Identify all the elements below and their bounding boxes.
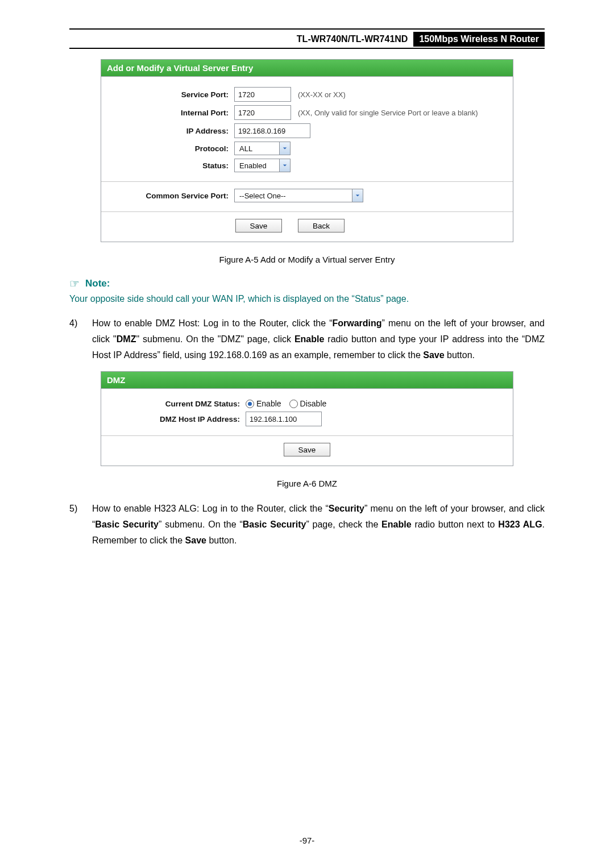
bold-span: Basic Security <box>243 520 306 529</box>
service-port-row: Service Port: (XX-XX or XX) <box>109 87 505 102</box>
list-item-number: 5) <box>69 501 92 549</box>
panel-separator <box>101 435 513 436</box>
dmz-status-row: Current DMZ Status: Enable Disable <box>109 399 505 408</box>
bold-span: Save <box>423 350 444 360</box>
protocol-row: Protocol: ALL <box>109 142 505 155</box>
list-item-number: 4) <box>69 315 92 363</box>
bold-span: Enable <box>381 520 411 529</box>
common-service-port-row: Common Service Port: --Select One-- <box>109 189 505 202</box>
disable-radio-label: Disable <box>300 399 327 408</box>
list-item-5: 5) How to enable H323 ALG: Log in to the… <box>69 501 545 549</box>
figure-a6-caption: Figure A-6 DMZ <box>69 479 545 488</box>
chevron-down-icon <box>352 189 363 202</box>
header-top-rule <box>69 28 545 30</box>
virtual-server-buttons: Save Back <box>235 219 505 232</box>
document-header: TL-WR740N/TL-WR741ND 150Mbps Wireless N … <box>69 32 545 47</box>
bold-span: Basic Security <box>95 520 159 529</box>
header-model-text: TL-WR740N/TL-WR741ND <box>297 32 414 47</box>
dmz-panel-title: DMZ <box>101 372 513 388</box>
status-select[interactable]: Enabled <box>234 159 291 172</box>
page-number: -97- <box>0 836 614 845</box>
bold-span: Enable <box>294 334 324 344</box>
bold-span: H323 ALG <box>498 520 542 529</box>
virtual-server-panel-title: Add or Modify a Virtual Server Entry <box>101 60 513 76</box>
ip-address-input[interactable] <box>234 123 310 138</box>
ip-address-row: IP Address: <box>109 123 505 138</box>
enable-radio-label: Enable <box>256 399 281 408</box>
dmz-panel-body: Current DMZ Status: Enable Disable DMZ H… <box>101 388 513 466</box>
header-product-text: 150Mbps Wireless N Router <box>413 32 545 47</box>
service-port-label: Service Port: <box>109 90 234 99</box>
text-span: " submenu. On the "DMZ" page, click <box>136 334 294 344</box>
list-item-text: How to enable H323 ALG: Log in to the Ro… <box>92 501 545 549</box>
enable-radio[interactable] <box>246 400 254 408</box>
panel-separator <box>101 181 513 182</box>
service-port-input[interactable] <box>234 87 291 102</box>
text-span: How to enable H323 ALG: Log in to the Ro… <box>92 504 329 513</box>
figure-a5-caption: Figure A-5 Add or Modify a Virtual serve… <box>69 255 545 264</box>
common-service-port-value: --Select One-- <box>235 191 352 201</box>
text-span: radio button next to <box>412 520 499 529</box>
document-page: TL-WR740N/TL-WR741ND 150Mbps Wireless N … <box>0 0 614 868</box>
pointing-hand-icon: ☞ <box>69 277 80 290</box>
virtual-server-panel-body: Service Port: (XX-XX or XX) Internal Por… <box>101 76 513 242</box>
internal-port-input[interactable] <box>234 105 291 120</box>
dmz-host-ip-row: DMZ Host IP Address: <box>109 412 505 426</box>
dmz-panel: DMZ Current DMZ Status: Enable Disable D… <box>101 371 513 466</box>
note-text: Your opposite side should call your WAN … <box>69 294 545 304</box>
text-span: ” page, check the <box>306 520 381 529</box>
dmz-status-label: Current DMZ Status: <box>109 400 246 408</box>
chevron-down-icon <box>279 142 290 155</box>
bold-span: Security <box>329 504 364 513</box>
service-port-hint: (XX-XX or XX) <box>298 90 346 99</box>
note-heading-row: ☞ Note: <box>69 277 545 290</box>
protocol-select-value: ALL <box>235 144 279 153</box>
text-span: How to enable DMZ Host: Log in to the Ro… <box>92 318 332 328</box>
panel-separator <box>101 211 513 212</box>
list-item-text: How to enable DMZ Host: Log in to the Ro… <box>92 315 545 363</box>
dmz-panel-wrap: DMZ Current DMZ Status: Enable Disable D… <box>101 371 513 466</box>
protocol-label: Protocol: <box>109 144 234 153</box>
dmz-host-ip-input[interactable] <box>246 412 322 426</box>
text-span: ” submenu. On the “ <box>159 520 243 529</box>
status-select-value: Enabled <box>235 161 279 171</box>
internal-port-label: Internal Port: <box>109 109 234 117</box>
chevron-down-icon <box>279 159 290 172</box>
virtual-server-panel: Add or Modify a Virtual Server Entry Ser… <box>101 59 513 242</box>
save-button[interactable]: Save <box>284 443 330 456</box>
internal-port-row: Internal Port: (XX, Only valid for singl… <box>109 105 505 120</box>
back-button[interactable]: Back <box>298 219 345 232</box>
save-button[interactable]: Save <box>235 219 282 232</box>
header-bottom-rule <box>69 48 545 49</box>
status-row: Status: Enabled <box>109 159 505 172</box>
ip-address-label: IP Address: <box>109 127 234 135</box>
bold-span: DMZ <box>117 334 136 344</box>
text-span: button. <box>206 535 237 545</box>
protocol-select[interactable]: ALL <box>234 142 291 155</box>
dmz-host-ip-label: DMZ Host IP Address: <box>109 415 246 423</box>
bold-span: Save <box>185 535 206 545</box>
list-item-4: 4) How to enable DMZ Host: Log in to the… <box>69 315 545 363</box>
dmz-buttons: Save <box>109 443 505 456</box>
disable-radio[interactable] <box>289 400 298 408</box>
note-label: Note: <box>85 278 110 289</box>
bold-span: Forwarding <box>332 318 381 328</box>
common-service-port-select[interactable]: --Select One-- <box>234 189 363 202</box>
status-label: Status: <box>109 161 234 170</box>
text-span: button. <box>445 350 475 360</box>
common-service-port-label: Common Service Port: <box>109 192 234 200</box>
internal-port-hint: (XX, Only valid for single Service Port … <box>298 109 478 117</box>
